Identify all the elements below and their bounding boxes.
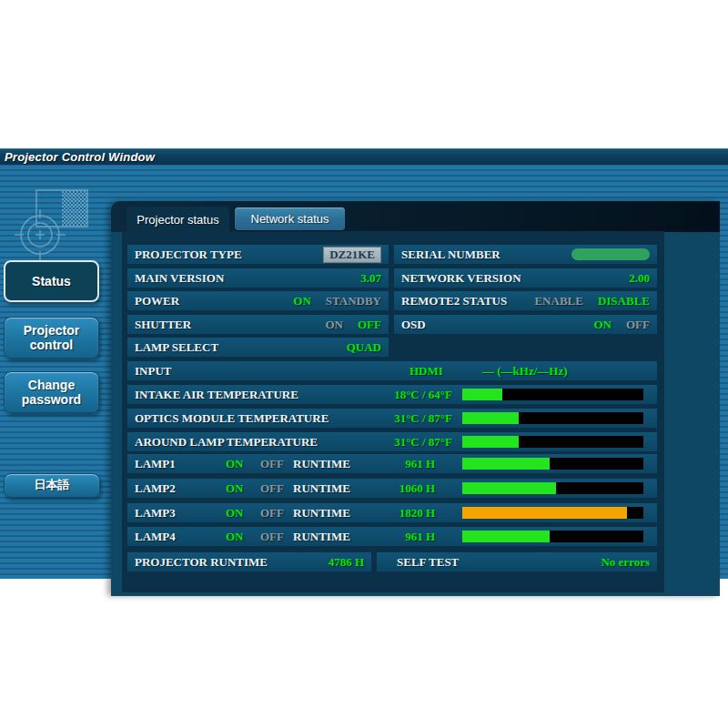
row-projector-type: PROJECTOR TYPE DZ21KE (127, 245, 389, 264)
network-version-value: 2.00 (629, 271, 650, 286)
row-serial-number: SERIAL NUMBER (394, 245, 657, 264)
remote2-disable-value: DISABLE (598, 294, 650, 308)
row-network-version: NETWORK VERSION 2.00 (394, 268, 657, 288)
row-lamp3-label: LAMP3 (135, 506, 176, 521)
around-lamp-temperature-bar (462, 436, 643, 448)
around-lamp-temperature-value: 31°C / 87°F (309, 435, 452, 450)
lamp-select-value: QUAD (347, 340, 381, 355)
intake-air-temperature-bar (462, 389, 643, 400)
row-projector-type-label: PROJECTOR TYPE (135, 248, 242, 262)
main-version-value: 3.07 (360, 271, 381, 286)
row-network-version-label: NETWORK VERSION (401, 271, 521, 286)
window-titlebar: Projector Control Window (0, 148, 728, 166)
row-serial-number-label: SERIAL NUMBER (401, 248, 500, 262)
intake-air-temperature-bar-fill (462, 389, 502, 400)
projector-target-logo (7, 187, 98, 260)
window-title: Projector Control Window (5, 150, 155, 164)
shutter-on-value: ON (326, 318, 344, 332)
lamp1-runtime-label: RUNTIME (293, 457, 350, 471)
row-lamp1-label: LAMP1 (135, 457, 176, 471)
row-osd: OSD ON OFF (394, 315, 657, 334)
sidebar-button-status-label: Status (32, 274, 71, 288)
lamp1-runtime-bar-fill (462, 458, 550, 470)
row-input: INPUT HDMI — (—kHz/—Hz) (127, 361, 657, 380)
main-panel: Projector status Network status PROJECTO… (111, 201, 720, 596)
row-around-lamp-temperature-label: AROUND LAMP TEMPERATURE (135, 435, 318, 450)
tab-network-status[interactable]: Network status (235, 207, 345, 230)
row-lamp4-label: LAMP4 (135, 530, 176, 544)
lamp2-runtime-label: RUNTIME (293, 481, 350, 496)
sidebar-button-projector-control[interactable]: Projector control (4, 317, 99, 359)
around-lamp-temperature-bar-fill (462, 436, 519, 448)
input-source-value: HDMI (410, 364, 443, 379)
row-lamp1: LAMP1 ON OFF RUNTIME 961 H (127, 454, 657, 473)
row-lamp-select: LAMP SELECT QUAD (127, 338, 389, 357)
row-projector-runtime: PROJECTOR RUNTIME 4786 H (127, 552, 371, 571)
tab-projector-status[interactable]: Projector status (126, 207, 229, 232)
lamp4-runtime-bar (462, 531, 643, 542)
row-optics-module-temperature: OPTICS MODULE TEMPERATURE 31°C / 87°F (127, 409, 657, 428)
row-around-lamp-temperature: AROUND LAMP TEMPERATURE 31°C / 87°F (127, 432, 657, 451)
row-lamp2-label: LAMP2 (135, 481, 176, 496)
projector-control-window: Projector Control Window (0, 148, 728, 579)
lamp4-runtime-label: RUNTIME (293, 530, 350, 544)
row-self-test-label: SELF TEST (397, 555, 459, 570)
row-power: POWER ON STANDBY (127, 291, 389, 310)
row-main-version: MAIN VERSION 3.07 (127, 268, 389, 288)
row-osd-label: OSD (401, 318, 426, 332)
osd-on-value: ON (594, 318, 612, 332)
row-lamp3: LAMP3 ON OFF RUNTIME 1820 H (127, 503, 657, 522)
sidebar-button-change-password-label: Change password (15, 378, 87, 407)
sidebar-button-status[interactable]: Status (4, 260, 99, 302)
self-test-value: No errors (601, 555, 650, 570)
row-shutter: SHUTTER ON OFF (127, 315, 389, 334)
lamp3-runtime-label: RUNTIME (293, 506, 350, 521)
row-power-label: POWER (135, 294, 179, 308)
window-body: Status Projector control Change password… (0, 166, 728, 579)
page: Projector Control Window (0, 0, 728, 728)
row-input-label: INPUT (135, 364, 171, 379)
row-lamp4: LAMP4 ON OFF RUNTIME 961 H (127, 527, 657, 546)
projector-type-value: DZ21KE (323, 247, 381, 263)
lamp1-on-value: ON (226, 457, 244, 471)
row-optics-module-temperature-label: OPTICS MODULE TEMPERATURE (135, 411, 329, 426)
lamp2-on-value: ON (226, 481, 244, 496)
lamp4-runtime-bar-fill (462, 531, 550, 542)
remote2-enable-value: ENABLE (534, 294, 582, 308)
lamp2-runtime-value: 1060 H (355, 481, 435, 496)
lamp3-runtime-value: 1820 H (355, 506, 435, 521)
row-intake-air-temperature: INTAKE AIR TEMPERATURE 18°C / 64°F (127, 385, 657, 404)
sidebar-button-japanese-label: 日本語 (35, 479, 70, 492)
lamp1-runtime-value: 961 H (355, 457, 435, 471)
row-intake-air-temperature-label: INTAKE AIR TEMPERATURE (135, 388, 298, 402)
optics-module-temperature-bar (462, 412, 643, 424)
tab-projector-status-label: Projector status (136, 213, 218, 227)
row-shutter-label: SHUTTER (135, 318, 191, 332)
row-self-test: SELF TEST No errors (377, 552, 657, 571)
lamp4-off-value: OFF (260, 530, 284, 544)
serial-number-redaction (571, 248, 650, 260)
input-signal-value: — (—kHz/—Hz) (482, 364, 568, 379)
sidebar-button-japanese[interactable]: 日本語 (4, 473, 100, 498)
row-lamp-select-label: LAMP SELECT (135, 340, 218, 355)
lamp3-on-value: ON (226, 506, 244, 521)
lamp1-runtime-bar (462, 458, 643, 470)
shutter-off-value: OFF (358, 318, 381, 332)
lamp4-runtime-value: 961 H (355, 530, 435, 544)
lamp1-off-value: OFF (260, 457, 284, 471)
row-projector-runtime-label: PROJECTOR RUNTIME (135, 555, 268, 570)
sidebar-button-projector-control-label: Projector control (17, 323, 86, 352)
row-lamp2: LAMP2 ON OFF RUNTIME 1060 H (127, 479, 657, 498)
lamp3-runtime-bar (462, 507, 643, 519)
lamp2-off-value: OFF (260, 481, 284, 496)
lamp2-runtime-bar-fill (462, 482, 556, 494)
intake-air-temperature-value: 18°C / 64°F (309, 388, 452, 402)
tab-network-status-label: Network status (251, 212, 329, 226)
sidebar-button-change-password[interactable]: Change password (4, 371, 99, 413)
optics-module-temperature-value: 31°C / 87°F (309, 411, 452, 426)
lamp3-off-value: OFF (260, 506, 284, 521)
optics-module-temperature-bar-fill (462, 412, 519, 424)
row-remote2-status-label: REMOTE2 STATUS (401, 294, 507, 308)
projector-runtime-value: 4786 H (329, 555, 364, 570)
row-remote2-status: REMOTE2 STATUS ENABLE DISABLE (394, 291, 657, 310)
